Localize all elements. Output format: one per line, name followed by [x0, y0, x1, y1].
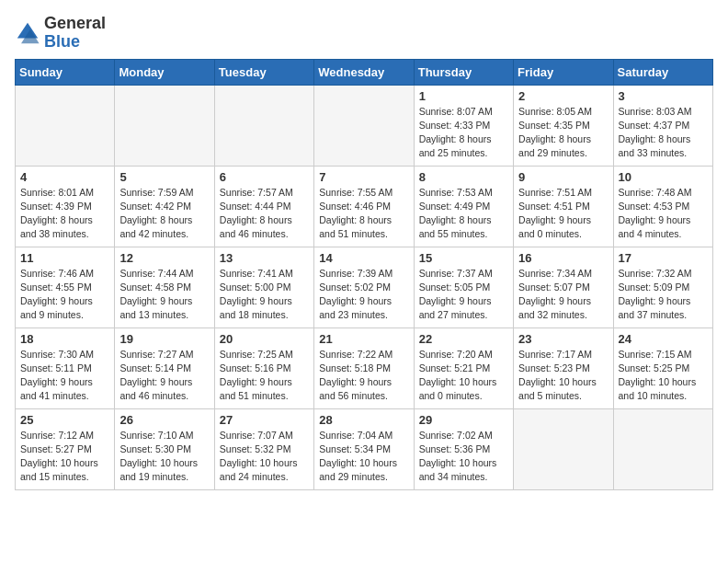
logo-icon [15, 20, 40, 46]
day-info: Sunrise: 7:25 AM Sunset: 5:16 PM Dayligh… [220, 348, 309, 404]
calendar-cell: 14Sunrise: 7:39 AM Sunset: 5:02 PM Dayli… [314, 247, 414, 327]
calendar-cell: 12Sunrise: 7:44 AM Sunset: 4:58 PM Dayli… [115, 247, 214, 327]
calendar-cell: 18Sunrise: 7:30 AM Sunset: 5:11 PM Dayli… [16, 327, 115, 408]
day-header-sunday: Sunday [16, 59, 115, 85]
day-info: Sunrise: 7:22 AM Sunset: 5:18 PM Dayligh… [319, 348, 408, 404]
day-number: 6 [220, 170, 309, 184]
day-header-wednesday: Wednesday [314, 59, 414, 85]
day-info: Sunrise: 7:02 AM Sunset: 5:36 PM Dayligh… [419, 429, 508, 485]
day-info: Sunrise: 7:46 AM Sunset: 4:55 PM Dayligh… [20, 267, 109, 323]
day-info: Sunrise: 7:30 AM Sunset: 5:11 PM Dayligh… [20, 348, 109, 404]
day-info: Sunrise: 7:07 AM Sunset: 5:32 PM Dayligh… [220, 429, 309, 485]
calendar-cell: 13Sunrise: 7:41 AM Sunset: 5:00 PM Dayli… [214, 247, 313, 327]
day-number: 9 [518, 170, 608, 184]
day-header-friday: Friday [514, 59, 613, 85]
day-number: 17 [619, 251, 708, 265]
day-info: Sunrise: 7:55 AM Sunset: 4:46 PM Dayligh… [319, 186, 408, 242]
day-number: 13 [220, 251, 309, 265]
day-number: 16 [518, 251, 608, 265]
calendar-cell: 7Sunrise: 7:55 AM Sunset: 4:46 PM Daylig… [314, 166, 414, 247]
calendar-cell: 25Sunrise: 7:12 AM Sunset: 5:27 PM Dayli… [16, 408, 115, 489]
day-number: 27 [220, 413, 309, 427]
calendar-cell: 28Sunrise: 7:04 AM Sunset: 5:34 PM Dayli… [314, 408, 414, 489]
calendar-cell: 16Sunrise: 7:34 AM Sunset: 5:07 PM Dayli… [514, 247, 613, 327]
calendar-cell: 5Sunrise: 7:59 AM Sunset: 4:42 PM Daylig… [115, 166, 214, 247]
day-info: Sunrise: 7:10 AM Sunset: 5:30 PM Dayligh… [119, 429, 209, 485]
day-info: Sunrise: 7:12 AM Sunset: 5:27 PM Dayligh… [20, 429, 109, 485]
day-number: 21 [319, 332, 408, 346]
day-info: Sunrise: 7:04 AM Sunset: 5:34 PM Dayligh… [319, 429, 408, 485]
calendar-table: SundayMondayTuesdayWednesdayThursdayFrid… [15, 59, 713, 490]
day-info: Sunrise: 7:39 AM Sunset: 5:02 PM Dayligh… [319, 267, 408, 323]
calendar-cell [214, 85, 313, 166]
day-number: 20 [220, 332, 309, 346]
day-info: Sunrise: 8:07 AM Sunset: 4:33 PM Dayligh… [419, 105, 508, 161]
calendar-cell: 8Sunrise: 7:53 AM Sunset: 4:49 PM Daylig… [414, 166, 513, 247]
calendar-cell: 6Sunrise: 7:57 AM Sunset: 4:44 PM Daylig… [214, 166, 313, 247]
day-info: Sunrise: 7:32 AM Sunset: 5:09 PM Dayligh… [619, 267, 708, 323]
calendar-cell [613, 408, 712, 489]
calendar-cell [16, 85, 115, 166]
calendar-cell [115, 85, 214, 166]
calendar-cell [514, 408, 613, 489]
calendar-week-1: 1Sunrise: 8:07 AM Sunset: 4:33 PM Daylig… [16, 85, 713, 166]
day-number: 12 [119, 251, 209, 265]
day-info: Sunrise: 7:41 AM Sunset: 5:00 PM Dayligh… [220, 267, 309, 323]
day-info: Sunrise: 7:59 AM Sunset: 4:42 PM Dayligh… [119, 186, 209, 242]
calendar-week-5: 25Sunrise: 7:12 AM Sunset: 5:27 PM Dayli… [16, 408, 713, 489]
day-info: Sunrise: 7:51 AM Sunset: 4:51 PM Dayligh… [518, 186, 608, 242]
day-info: Sunrise: 7:15 AM Sunset: 5:25 PM Dayligh… [619, 348, 708, 404]
calendar-week-2: 4Sunrise: 8:01 AM Sunset: 4:39 PM Daylig… [16, 166, 713, 247]
day-number: 1 [419, 89, 508, 103]
logo-text-line1: General [44, 15, 106, 33]
day-info: Sunrise: 8:05 AM Sunset: 4:35 PM Dayligh… [518, 105, 608, 161]
day-info: Sunrise: 7:17 AM Sunset: 5:23 PM Dayligh… [518, 348, 608, 404]
day-info: Sunrise: 8:01 AM Sunset: 4:39 PM Dayligh… [20, 186, 109, 242]
day-info: Sunrise: 7:53 AM Sunset: 4:49 PM Dayligh… [419, 186, 508, 242]
day-number: 4 [20, 170, 109, 184]
day-number: 5 [119, 170, 209, 184]
page-header: General Blue [15, 15, 713, 52]
calendar-cell: 9Sunrise: 7:51 AM Sunset: 4:51 PM Daylig… [514, 166, 613, 247]
day-number: 23 [518, 332, 608, 346]
day-number: 14 [319, 251, 408, 265]
calendar-cell: 22Sunrise: 7:20 AM Sunset: 5:21 PM Dayli… [414, 327, 513, 408]
day-info: Sunrise: 7:27 AM Sunset: 5:14 PM Dayligh… [119, 348, 209, 404]
calendar-cell: 4Sunrise: 8:01 AM Sunset: 4:39 PM Daylig… [16, 166, 115, 247]
day-info: Sunrise: 7:37 AM Sunset: 5:05 PM Dayligh… [419, 267, 508, 323]
calendar-cell: 26Sunrise: 7:10 AM Sunset: 5:30 PM Dayli… [115, 408, 214, 489]
calendar-cell: 11Sunrise: 7:46 AM Sunset: 4:55 PM Dayli… [16, 247, 115, 327]
calendar-week-4: 18Sunrise: 7:30 AM Sunset: 5:11 PM Dayli… [16, 327, 713, 408]
day-info: Sunrise: 8:03 AM Sunset: 4:37 PM Dayligh… [619, 105, 708, 161]
calendar-cell: 19Sunrise: 7:27 AM Sunset: 5:14 PM Dayli… [115, 327, 214, 408]
day-number: 3 [619, 89, 708, 103]
calendar-cell: 1Sunrise: 8:07 AM Sunset: 4:33 PM Daylig… [414, 85, 513, 166]
day-number: 29 [419, 413, 508, 427]
calendar-cell: 23Sunrise: 7:17 AM Sunset: 5:23 PM Dayli… [514, 327, 613, 408]
day-number: 8 [419, 170, 508, 184]
day-number: 2 [518, 89, 608, 103]
day-info: Sunrise: 7:57 AM Sunset: 4:44 PM Dayligh… [220, 186, 309, 242]
day-header-thursday: Thursday [414, 59, 513, 85]
calendar-cell: 3Sunrise: 8:03 AM Sunset: 4:37 PM Daylig… [613, 85, 712, 166]
day-header-saturday: Saturday [613, 59, 712, 85]
day-number: 18 [20, 332, 109, 346]
calendar-cell: 29Sunrise: 7:02 AM Sunset: 5:36 PM Dayli… [414, 408, 513, 489]
day-info: Sunrise: 7:34 AM Sunset: 5:07 PM Dayligh… [518, 267, 608, 323]
logo-text-line2: Blue [44, 33, 106, 52]
day-header-tuesday: Tuesday [214, 59, 313, 85]
day-header-monday: Monday [115, 59, 214, 85]
day-number: 7 [319, 170, 408, 184]
day-number: 10 [619, 170, 708, 184]
day-number: 11 [20, 251, 109, 265]
day-number: 15 [419, 251, 508, 265]
calendar-cell: 2Sunrise: 8:05 AM Sunset: 4:35 PM Daylig… [514, 85, 613, 166]
day-number: 25 [20, 413, 109, 427]
calendar-cell: 17Sunrise: 7:32 AM Sunset: 5:09 PM Dayli… [613, 247, 712, 327]
calendar-cell [314, 85, 414, 166]
calendar-cell: 24Sunrise: 7:15 AM Sunset: 5:25 PM Dayli… [613, 327, 712, 408]
calendar-cell: 20Sunrise: 7:25 AM Sunset: 5:16 PM Dayli… [214, 327, 313, 408]
logo: General Blue [15, 15, 106, 52]
day-number: 26 [119, 413, 209, 427]
day-number: 19 [119, 332, 209, 346]
